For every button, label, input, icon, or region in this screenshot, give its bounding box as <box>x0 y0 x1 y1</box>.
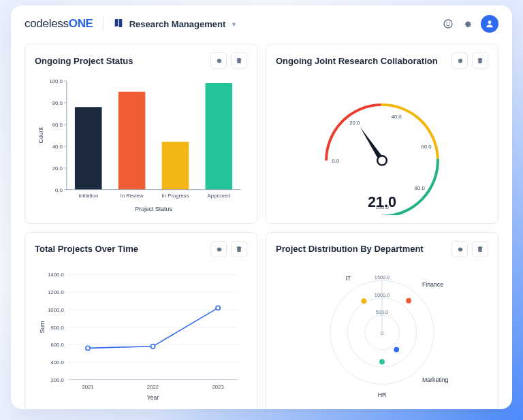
dashboard-grid: Ongoing Project Status 0.020.040.060.080… <box>11 39 512 409</box>
card-project-status: Ongoing Project Status 0.020.040.060.080… <box>25 44 257 224</box>
top-bar: codelessONE Research Management ▾ <box>11 5 512 39</box>
svg-text:0.0: 0.0 <box>332 158 340 164</box>
svg-text:Initiation: Initiation <box>78 193 98 199</box>
gear-icon[interactable] <box>451 241 468 257</box>
svg-text:800.0: 800.0 <box>50 324 64 330</box>
logo: codelessONE <box>25 17 93 31</box>
workspace-selector[interactable]: Research Management ▾ <box>113 18 236 31</box>
svg-text:80.0: 80.0 <box>52 100 63 106</box>
svg-point-68 <box>361 298 366 304</box>
svg-point-56 <box>216 306 220 310</box>
emoji-icon[interactable] <box>443 18 454 29</box>
top-icons <box>443 15 498 33</box>
svg-text:200.0: 200.0 <box>50 376 64 383</box>
divider <box>103 16 104 31</box>
svg-text:2021: 2021 <box>82 384 93 390</box>
svg-point-72 <box>394 346 399 352</box>
line-chart: 200.0400.0600.0800.01000.01200.01400.020… <box>35 261 247 404</box>
svg-text:In Review: In Review <box>120 193 144 199</box>
svg-text:Marketing: Marketing <box>422 376 449 383</box>
gear-icon[interactable] <box>462 18 473 29</box>
svg-point-1 <box>446 22 447 24</box>
svg-text:100.0: 100.0 <box>49 78 63 84</box>
svg-text:IT: IT <box>345 275 351 282</box>
trash-icon[interactable] <box>231 241 247 257</box>
svg-text:20.0: 20.0 <box>349 120 360 126</box>
svg-text:21.0: 21.0 <box>368 194 396 210</box>
card-title: Ongoing Project Status <box>35 56 133 66</box>
svg-point-2 <box>449 22 450 24</box>
svg-point-35 <box>377 156 387 165</box>
svg-text:1000.0: 1000.0 <box>48 307 65 313</box>
card-collaboration: Ongoing Joint Research Collaboration 0.0… <box>266 44 498 224</box>
card-over-time: Total Projects Over Time 200.0400.0600.0… <box>25 232 257 409</box>
svg-text:600.0: 600.0 <box>50 342 64 348</box>
trash-icon[interactable] <box>231 52 247 69</box>
svg-rect-16 <box>75 107 102 190</box>
workspace-label: Research Management <box>129 19 226 29</box>
svg-text:1400.0: 1400.0 <box>48 272 65 278</box>
svg-text:80.0: 80.0 <box>415 185 426 191</box>
svg-text:40.0: 40.0 <box>52 144 63 150</box>
card-title: Ongoing Joint Research Collaboration <box>276 56 438 66</box>
card-title: Total Projects Over Time <box>35 244 138 254</box>
svg-point-0 <box>444 20 452 28</box>
svg-text:0.0: 0.0 <box>55 187 63 193</box>
svg-text:Finance: Finance <box>422 281 443 288</box>
svg-text:2022: 2022 <box>147 384 159 390</box>
book-icon <box>113 18 124 31</box>
gear-icon[interactable] <box>210 52 227 69</box>
svg-rect-22 <box>206 83 233 190</box>
chevron-down-icon: ▾ <box>232 20 236 28</box>
svg-point-55 <box>150 344 155 348</box>
svg-rect-18 <box>118 92 146 190</box>
svg-text:Count: Count <box>37 127 44 143</box>
svg-text:2023: 2023 <box>212 384 223 390</box>
gear-icon[interactable] <box>451 52 468 69</box>
svg-text:400.0: 400.0 <box>50 359 64 366</box>
svg-rect-20 <box>162 142 189 189</box>
svg-text:HR: HR <box>378 391 387 398</box>
svg-text:1500.0: 1500.0 <box>375 274 390 280</box>
svg-point-3 <box>488 20 492 24</box>
trash-icon[interactable] <box>472 52 488 69</box>
svg-point-54 <box>86 346 90 350</box>
logo-suffix: ONE <box>69 17 93 30</box>
card-distribution: Project Distribution By Department 500.0… <box>266 232 498 409</box>
svg-text:Year: Year <box>147 394 159 401</box>
svg-text:Project Status: Project Status <box>135 206 172 212</box>
gear-icon[interactable] <box>210 241 227 257</box>
polar-chart: 500.01000.01500.00ITFinanceMarketingHR <box>276 261 488 404</box>
bar-chart: 0.020.040.060.080.0100.0InitiationIn Rev… <box>35 73 247 215</box>
logo-prefix: codeless <box>25 17 69 30</box>
svg-point-70 <box>406 298 411 304</box>
svg-text:In Progress: In Progress <box>162 193 189 199</box>
svg-text:Approved: Approved <box>208 193 230 199</box>
svg-text:1200.0: 1200.0 <box>48 289 65 295</box>
svg-text:60.0: 60.0 <box>52 122 63 128</box>
app-window: codelessONE Research Management ▾ <box>11 5 512 409</box>
svg-point-74 <box>379 359 385 364</box>
svg-text:40.0: 40.0 <box>391 114 402 120</box>
card-title: Project Distribution By Department <box>276 244 424 254</box>
avatar[interactable] <box>481 15 498 33</box>
trash-icon[interactable] <box>472 241 488 257</box>
gauge-chart: 0.020.040.060.080.0100.021.0 <box>276 73 488 215</box>
svg-text:60.0: 60.0 <box>421 144 432 150</box>
svg-text:20.0: 20.0 <box>52 165 63 172</box>
svg-text:Sum: Sum <box>39 321 46 333</box>
